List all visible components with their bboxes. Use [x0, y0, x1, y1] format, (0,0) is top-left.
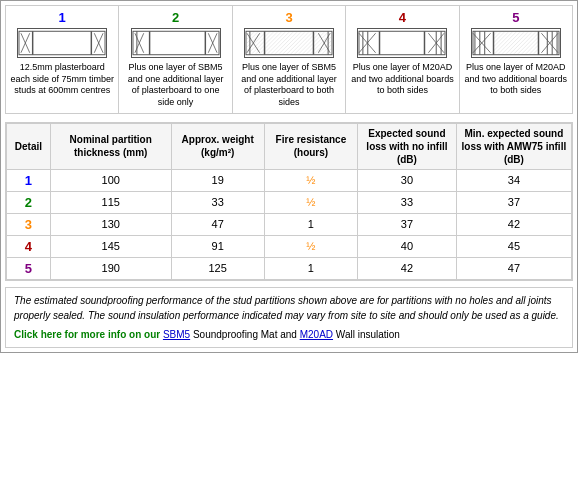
svg-rect-39 — [493, 32, 538, 54]
cell-weight-5: 125 — [171, 257, 264, 279]
th-weight: Approx. weight (kg/m²) — [171, 123, 264, 169]
table-section: Detail Nominal partition thickness (mm) … — [5, 122, 573, 281]
diagram-image-3 — [244, 28, 334, 58]
footer-note: The estimated soundproofing performance … — [5, 287, 573, 348]
cell-weight-4: 91 — [171, 235, 264, 257]
cell-fire-5: 1 — [264, 257, 357, 279]
cell-weight-1: 19 — [171, 169, 264, 191]
table-header-row: Detail Nominal partition thickness (mm) … — [7, 123, 572, 169]
th-nominal: Nominal partition thickness (mm) — [50, 123, 171, 169]
cell-weight-3: 47 — [171, 213, 264, 235]
cell-nominal-1: 100 — [50, 169, 171, 191]
diagrams-section: 1 12.5mm plasterboard each side of 75mm … — [5, 5, 573, 114]
cell-sound-4: 40 — [358, 235, 457, 257]
table-row: 519012514247 — [7, 257, 572, 279]
footer-suffix: Wall insulation — [333, 329, 400, 340]
diagram-number-1: 1 — [10, 10, 114, 25]
cell-detail-1: 1 — [7, 169, 51, 191]
diagram-number-4: 4 — [350, 10, 454, 25]
diagram-image-1 — [17, 28, 107, 58]
diagram-image-4 — [357, 28, 447, 58]
diagram-number-5: 5 — [464, 10, 568, 25]
diagram-cell-4: 4 Plus one layer of M20AD and two additi… — [346, 6, 459, 113]
cell-nominal-4: 145 — [50, 235, 171, 257]
diagram-number-2: 2 — [123, 10, 227, 25]
svg-rect-0 — [19, 31, 105, 54]
cell-nominal-3: 130 — [50, 213, 171, 235]
diagram-svg-2 — [132, 29, 220, 57]
footer-middle: Soundproofing Mat and — [190, 329, 300, 340]
th-minsound: Min. expected sound loss with AMW75 infi… — [456, 123, 571, 169]
table-row: 211533½3337 — [7, 191, 572, 213]
footer-link-text: Click here for more info on our SBM5 Sou… — [14, 327, 564, 342]
svg-rect-7 — [133, 31, 219, 54]
svg-rect-26 — [359, 31, 445, 54]
cell-fire-3: 1 — [264, 213, 357, 235]
footer-italic-text: The estimated soundproofing performance … — [14, 293, 564, 323]
diagram-cell-3: 3 Plus — [233, 6, 346, 113]
cell-minsound-3: 42 — [456, 213, 571, 235]
diagram-desc-1: 12.5mm plasterboard each side of 75mm ti… — [10, 62, 114, 97]
m20ad-link[interactable]: M20AD — [300, 329, 333, 340]
cell-fire-1: ½ — [264, 169, 357, 191]
th-detail: Detail — [7, 123, 51, 169]
svg-rect-17 — [247, 32, 331, 54]
diagram-image-5 — [471, 28, 561, 58]
th-sound: Expected sound loss with no infill (dB) — [358, 123, 457, 169]
diagram-cell-2: 2 Plus one layer of SBM5 and one additio… — [119, 6, 232, 113]
cell-nominal-5: 190 — [50, 257, 171, 279]
diagram-cell-1: 1 12.5mm plasterboard each side of 75mm … — [6, 6, 119, 113]
footer-prefix: Click here for more info on our — [14, 329, 163, 340]
cell-sound-3: 37 — [358, 213, 457, 235]
cell-sound-2: 33 — [358, 191, 457, 213]
diagram-number-3: 3 — [237, 10, 341, 25]
diagram-cell-5: 5 — [460, 6, 572, 113]
sbm5-link[interactable]: SBM5 — [163, 329, 190, 340]
table-row: 110019½3034 — [7, 169, 572, 191]
cell-nominal-2: 115 — [50, 191, 171, 213]
cell-weight-2: 33 — [171, 191, 264, 213]
diagram-desc-4: Plus one layer of M20AD and two addition… — [350, 62, 454, 97]
diagram-svg-5 — [472, 29, 560, 57]
data-table: Detail Nominal partition thickness (mm) … — [6, 123, 572, 280]
cell-fire-4: ½ — [264, 235, 357, 257]
cell-sound-5: 42 — [358, 257, 457, 279]
table-row: 414591½4045 — [7, 235, 572, 257]
cell-detail-2: 2 — [7, 191, 51, 213]
cell-minsound-4: 45 — [456, 235, 571, 257]
diagram-image-2 — [131, 28, 221, 58]
table-body: 110019½3034211533½333731304713742414591½… — [7, 169, 572, 279]
cell-fire-2: ½ — [264, 191, 357, 213]
cell-sound-1: 30 — [358, 169, 457, 191]
main-container: 1 12.5mm plasterboard each side of 75mm … — [0, 0, 578, 353]
cell-detail-5: 5 — [7, 257, 51, 279]
diagram-desc-3: Plus one layer of SBM5 and one additiona… — [237, 62, 341, 109]
cell-minsound-2: 37 — [456, 191, 571, 213]
diagram-svg-4 — [358, 29, 446, 57]
cell-detail-3: 3 — [7, 213, 51, 235]
cell-minsound-5: 47 — [456, 257, 571, 279]
th-fire: Fire resistance (hours) — [264, 123, 357, 169]
diagram-desc-5: Plus one layer of M20AD and two addition… — [464, 62, 568, 97]
cell-detail-4: 4 — [7, 235, 51, 257]
diagram-svg-3 — [245, 29, 333, 57]
diagram-desc-2: Plus one layer of SBM5 and one additiona… — [123, 62, 227, 109]
diagram-svg-1 — [18, 29, 106, 57]
cell-minsound-1: 34 — [456, 169, 571, 191]
table-row: 31304713742 — [7, 213, 572, 235]
